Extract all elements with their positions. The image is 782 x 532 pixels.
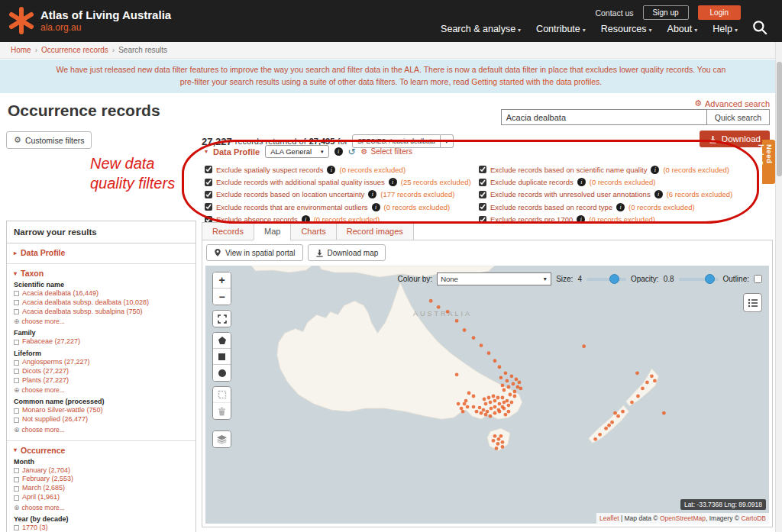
filter-checkbox[interactable] bbox=[479, 166, 486, 173]
nav-item-about[interactable]: About▾ bbox=[667, 24, 698, 34]
info-icon[interactable]: i bbox=[577, 178, 586, 186]
collapse-caret-icon[interactable]: ▾ bbox=[205, 148, 208, 155]
draw-circle-button[interactable] bbox=[213, 365, 231, 381]
occurrence-dot[interactable] bbox=[480, 343, 483, 347]
occurrence-dot[interactable] bbox=[515, 377, 519, 381]
profile-select[interactable]: ALA General▾ bbox=[265, 145, 328, 158]
tab-records[interactable]: Records bbox=[202, 222, 254, 240]
occurrence-dot[interactable] bbox=[497, 437, 501, 441]
filter-checkbox[interactable] bbox=[205, 166, 212, 173]
occurrence-dot[interactable] bbox=[604, 427, 608, 430]
facet-checkbox[interactable] bbox=[14, 477, 19, 482]
info-icon[interactable]: i bbox=[654, 190, 663, 198]
occurrence-dot[interactable] bbox=[507, 410, 511, 414]
opacity-slider-knob[interactable] bbox=[705, 274, 715, 284]
facet-checkbox[interactable] bbox=[14, 360, 19, 366]
occurrence-dot[interactable] bbox=[482, 408, 486, 412]
occurrence-dot[interactable] bbox=[487, 396, 491, 400]
occurrence-dot[interactable] bbox=[662, 411, 666, 415]
quick-search-input[interactable] bbox=[501, 109, 707, 125]
occurrence-dot[interactable] bbox=[499, 376, 503, 379]
occurrence-dot[interactable] bbox=[653, 379, 657, 382]
size-slider[interactable] bbox=[586, 278, 626, 281]
info-icon[interactable]: i bbox=[651, 166, 659, 174]
occurrence-dot[interactable] bbox=[502, 407, 506, 411]
login-button[interactable]: Login bbox=[698, 5, 741, 20]
edit-shapes-button[interactable] bbox=[213, 387, 231, 403]
facet-item[interactable]: March (2,685) bbox=[14, 484, 189, 493]
select-filters-link[interactable]: ⚙ Select filters bbox=[361, 147, 412, 156]
contact-us-link[interactable]: Contact us bbox=[595, 8, 633, 18]
occurrence-dot[interactable] bbox=[621, 410, 625, 414]
zoom-out-button[interactable]: − bbox=[213, 289, 231, 305]
occurrence-dot[interactable] bbox=[501, 445, 505, 449]
occurrence-dot[interactable] bbox=[498, 402, 502, 406]
occurrence-dot[interactable] bbox=[437, 305, 441, 309]
facet-checkbox[interactable] bbox=[14, 468, 19, 473]
choose-more-link[interactable]: ⊕choose more... bbox=[14, 502, 189, 512]
tab-map[interactable]: Map bbox=[254, 222, 291, 240]
occurrence-dot[interactable] bbox=[463, 328, 467, 332]
nav-item-resources[interactable]: Resources▾ bbox=[601, 24, 652, 34]
filter-checkbox[interactable] bbox=[205, 179, 212, 186]
occurrence-dot[interactable] bbox=[499, 434, 503, 438]
occurrence-dot[interactable] bbox=[636, 395, 640, 398]
breadcrumb-home[interactable]: Home bbox=[11, 46, 31, 54]
occurrence-dot[interactable] bbox=[635, 371, 639, 375]
occurrence-dot[interactable] bbox=[489, 414, 493, 418]
occurrence-dot[interactable] bbox=[475, 410, 479, 414]
occurrence-dot[interactable] bbox=[519, 387, 522, 391]
occurrence-dot[interactable] bbox=[461, 410, 465, 414]
occurrence-dot[interactable] bbox=[610, 421, 614, 424]
facet-checkbox[interactable] bbox=[14, 418, 19, 423]
delete-shapes-button[interactable] bbox=[213, 403, 231, 419]
occurrence-dot[interactable] bbox=[429, 299, 433, 303]
occurrence-dot[interactable] bbox=[501, 396, 505, 400]
facet-checkbox[interactable] bbox=[14, 378, 19, 383]
data-profile-title[interactable]: Data Profile bbox=[213, 147, 260, 156]
occurrence-dot[interactable] bbox=[487, 351, 491, 355]
occurrence-dot[interactable] bbox=[492, 439, 496, 443]
occurrence-dot[interactable] bbox=[455, 372, 459, 376]
occurrence-dot[interactable] bbox=[472, 395, 476, 398]
occurrence-dot[interactable] bbox=[593, 437, 597, 441]
info-icon[interactable]: i bbox=[577, 215, 585, 224]
download-map-button[interactable]: Download map bbox=[308, 244, 386, 261]
cartodb-link[interactable]: CartoDB bbox=[741, 514, 766, 522]
occurrence-dot[interactable] bbox=[512, 382, 515, 386]
draw-polygon-button[interactable] bbox=[213, 333, 231, 349]
occurrence-dot[interactable] bbox=[613, 411, 617, 415]
breadcrumb-occurrence-records[interactable]: Occurrence records bbox=[41, 46, 108, 54]
facet-checkbox[interactable] bbox=[14, 300, 19, 305]
filter-checkbox[interactable] bbox=[479, 203, 486, 211]
occurrence-dot[interactable] bbox=[498, 365, 502, 369]
occurrence-dot[interactable] bbox=[496, 396, 500, 400]
choose-more-link[interactable]: ⊕choose more... bbox=[14, 317, 189, 327]
facet-item[interactable]: Plants (27,227) bbox=[14, 376, 189, 385]
occurrence-dot[interactable] bbox=[607, 424, 611, 427]
occurrence-dot[interactable] bbox=[641, 387, 645, 391]
occurrence-dot[interactable] bbox=[510, 374, 514, 378]
sidebar-section-occurrence[interactable]: ▾Occurrence bbox=[14, 446, 189, 455]
filter-checkbox[interactable] bbox=[479, 191, 486, 198]
occurrence-dot[interactable] bbox=[645, 380, 649, 384]
occurrence-dot[interactable] bbox=[490, 407, 493, 411]
tab-charts[interactable]: Charts bbox=[290, 222, 336, 240]
occurrence-dot[interactable] bbox=[506, 399, 509, 403]
draw-rectangle-button[interactable] bbox=[213, 349, 231, 365]
info-icon[interactable]: i bbox=[389, 178, 397, 186]
facet-item[interactable]: January (2,704) bbox=[14, 466, 189, 476]
scrollbar-thumb[interactable] bbox=[777, 62, 782, 176]
occurrence-dot[interactable] bbox=[467, 392, 471, 395]
facet-item[interactable]: February (2,553) bbox=[14, 475, 189, 484]
occurrence-dot[interactable] bbox=[472, 405, 476, 409]
advanced-search-link[interactable]: ⚙ Advanced search bbox=[694, 98, 770, 108]
choose-more-link[interactable]: ⊕choose more... bbox=[14, 424, 189, 434]
facet-item[interactable]: Not supplied (26,477) bbox=[14, 415, 189, 424]
occurrence-dot[interactable] bbox=[483, 398, 486, 401]
occurrence-dot[interactable] bbox=[493, 434, 497, 438]
occurrence-dot[interactable] bbox=[496, 442, 500, 446]
info-icon[interactable]: i bbox=[616, 203, 625, 211]
facet-checkbox[interactable] bbox=[14, 369, 19, 374]
facet-checkbox[interactable] bbox=[14, 525, 19, 530]
